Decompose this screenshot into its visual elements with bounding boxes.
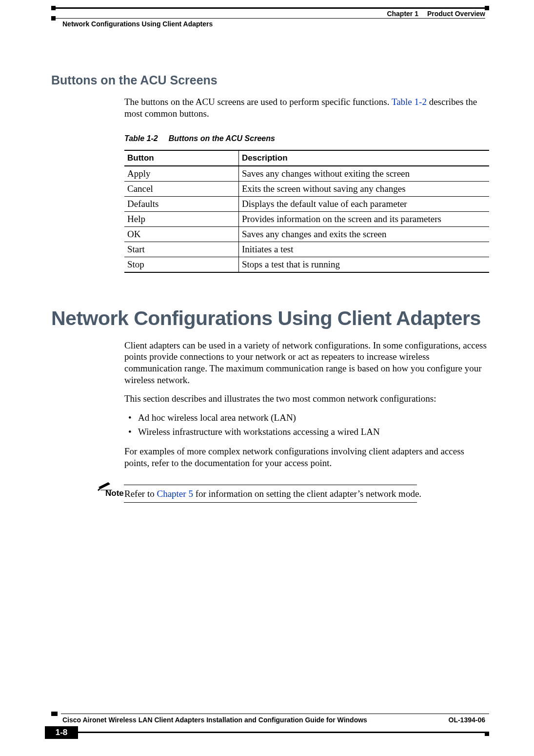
table-row: OKSaves any changes and exits the screen <box>124 226 489 242</box>
config-list: Ad hoc wireless local area network (LAN)… <box>124 411 489 439</box>
col-button: Button <box>124 150 239 166</box>
cell-button: Stop <box>124 257 239 272</box>
cell-desc: Provides information on the screen and i… <box>239 211 490 226</box>
cell-button: Help <box>124 211 239 226</box>
page: Chapter 1Product Overview Network Config… <box>0 0 534 756</box>
table-number: Table 1-2 <box>124 134 158 143</box>
note-top-rule <box>124 485 417 485</box>
section2-p3: For examples of more complex network con… <box>124 446 489 469</box>
table-1-2-link[interactable]: Table 1-2 <box>392 97 427 107</box>
table-row: DefaultsDisplays the default value of ea… <box>124 196 489 211</box>
cell-button: Start <box>124 242 239 257</box>
page-number: 1-8 <box>45 726 78 739</box>
chapter-title: Product Overview <box>427 10 485 18</box>
header-rule <box>51 7 489 9</box>
running-head-section: Network Configurations Using Client Adap… <box>62 20 213 28</box>
cell-desc: Saves any changes and exits the screen <box>239 226 490 242</box>
footer-bar-block <box>485 732 489 736</box>
subsection-heading: Buttons on the ACU Screens <box>51 73 489 87</box>
section-heading: Network Configurations Using Client Adap… <box>51 307 489 330</box>
cell-button: Cancel <box>124 181 239 196</box>
table-row: CancelExits the screen without saving an… <box>124 181 489 196</box>
note-text-pre: Refer to <box>124 489 157 499</box>
header-rule-block-left <box>51 6 56 10</box>
cell-desc: Stops a test that is running <box>239 257 490 272</box>
intro-text-pre: The buttons on the ACU screens are used … <box>124 97 392 107</box>
header-subrule-block <box>51 16 56 20</box>
list-item: Ad hoc wireless local area network (LAN) <box>138 411 489 425</box>
table-row: StartInitiates a test <box>124 242 489 257</box>
cell-button: OK <box>124 226 239 242</box>
note-label: Note <box>105 489 124 498</box>
cell-desc: Saves any changes without exiting the sc… <box>239 166 490 182</box>
cell-desc: Initiates a test <box>239 242 490 257</box>
cell-desc: Exits the screen without saving any chan… <box>239 181 490 196</box>
table-title: Buttons on the ACU Screens <box>169 134 275 143</box>
cell-button: Defaults <box>124 196 239 211</box>
header-subrule <box>55 18 485 19</box>
content-area: Buttons on the ACU Screens The buttons o… <box>51 73 489 511</box>
footer-rule-block <box>51 712 58 716</box>
header-rule-block-right <box>485 6 489 10</box>
note-text: Refer to Chapter 5 for information on se… <box>124 489 489 499</box>
cell-button: Apply <box>124 166 239 182</box>
buttons-table: Button Description ApplySaves any change… <box>124 150 489 273</box>
chapter-number: Chapter 1 <box>387 10 418 18</box>
table-header-row: Button Description <box>124 150 489 166</box>
list-item: Wireless infrastructure with workstation… <box>138 425 489 439</box>
intro-paragraph: The buttons on the ACU screens are used … <box>124 96 489 120</box>
chapter-5-link[interactable]: Chapter 5 <box>157 489 193 499</box>
footer-rule <box>61 714 489 714</box>
footer-doc-number: OL-1394-06 <box>449 716 485 724</box>
note-bottom-rule <box>124 502 417 503</box>
footer-bar-rule <box>78 732 489 733</box>
table-row: StopStops a test that is running <box>124 257 489 272</box>
table-row: HelpProvides information on the screen a… <box>124 211 489 226</box>
footer-guide-title: Cisco Aironet Wireless LAN Client Adapte… <box>62 716 367 724</box>
note-text-post: for information on setting the client ad… <box>193 489 421 499</box>
section2-p2: This section describes and illustrates t… <box>124 393 489 405</box>
section2-p1: Client adapters can be used in a variety… <box>124 340 489 386</box>
section2-body: Client adapters can be used in a variety… <box>124 340 489 469</box>
cell-desc: Displays the default value of each param… <box>239 196 490 211</box>
col-description: Description <box>239 150 490 166</box>
running-head-chapter: Chapter 1Product Overview <box>387 10 485 18</box>
table-row: ApplySaves any changes without exiting t… <box>124 166 489 182</box>
note-block: Note Refer to Chapter 5 for information … <box>98 482 489 511</box>
table-caption: Table 1-2Buttons on the ACU Screens <box>124 134 489 143</box>
